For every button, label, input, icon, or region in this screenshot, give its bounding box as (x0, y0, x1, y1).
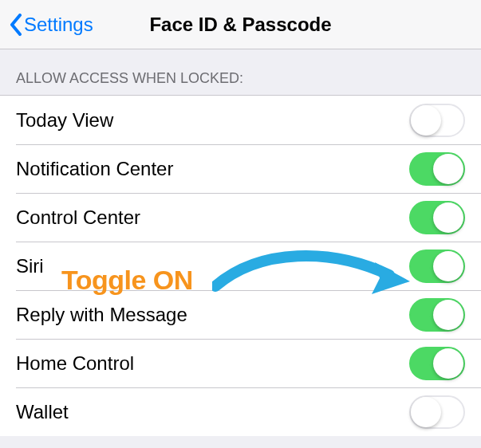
row-label: Reply with Message (16, 304, 187, 326)
row-label: Siri (16, 255, 44, 277)
row-label: Wallet (16, 401, 69, 423)
row-label: Notification Center (16, 158, 173, 180)
toggle-knob (411, 397, 441, 427)
row-notification-center: Notification Center (0, 144, 481, 193)
row-reply-with-message: Reply with Message (0, 290, 481, 339)
section-header: ALLOW ACCESS WHEN LOCKED: (0, 49, 481, 96)
chevron-left-icon (10, 14, 22, 36)
back-button[interactable]: Settings (10, 14, 93, 36)
toggle-knob (433, 154, 463, 184)
annotation-label: Toggle ON (61, 265, 193, 296)
back-label: Settings (24, 14, 93, 36)
toggle-knob (433, 202, 463, 233)
toggle-today-view[interactable] (409, 104, 465, 137)
toggle-knob (411, 105, 441, 136)
row-wallet: Wallet (0, 387, 481, 436)
row-home-control: Home Control (0, 339, 481, 387)
toggle-home-control[interactable] (409, 347, 465, 380)
toggle-notification-center[interactable] (409, 152, 465, 186)
toggle-reply-with-message[interactable] (409, 298, 465, 332)
row-label: Today View (16, 109, 113, 132)
toggle-knob (433, 348, 463, 379)
toggle-siri[interactable] (409, 250, 465, 283)
row-today-view: Today View (0, 96, 481, 144)
toggle-knob (433, 251, 463, 281)
row-label: Home Control (16, 352, 134, 375)
toggle-control-center[interactable] (409, 201, 465, 234)
row-control-center: Control Center (0, 193, 481, 242)
navbar: Settings Face ID & Passcode (0, 0, 481, 49)
toggle-wallet[interactable] (409, 395, 465, 429)
toggle-knob (433, 300, 463, 330)
row-label: Control Center (16, 206, 140, 229)
